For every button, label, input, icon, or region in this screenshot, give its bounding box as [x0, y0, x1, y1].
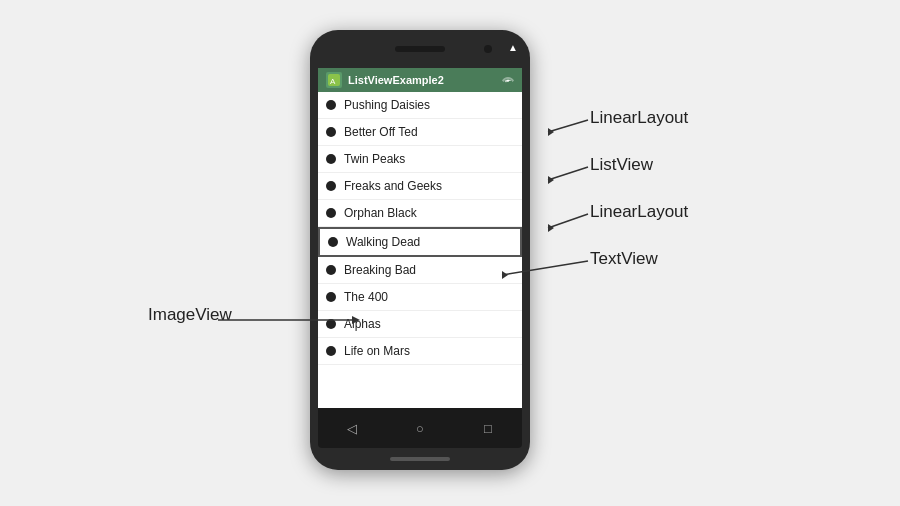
- phone-speaker: [395, 46, 445, 52]
- list-item-dot: [326, 292, 336, 302]
- list-item[interactable]: Orphan Black: [318, 200, 522, 227]
- nav-button[interactable]: ◁: [341, 417, 363, 439]
- app-title: ListViewExample2: [348, 74, 496, 86]
- phone-nav-bar: ◁○□: [318, 408, 522, 448]
- label-image-view: ImageView: [148, 305, 232, 325]
- phone-screen: A ListViewExample2 Pushing DaisiesBetter…: [318, 68, 522, 408]
- list-item-text: Pushing Daisies: [344, 98, 430, 112]
- list-item-dot: [326, 265, 336, 275]
- list-item-text: The 400: [344, 290, 388, 304]
- phone-signal: ▲: [508, 42, 518, 53]
- label-linear-layout-item: LinearLayout: [590, 202, 688, 222]
- svg-line-6: [548, 214, 588, 228]
- label-text-view: TextView: [590, 249, 658, 269]
- list-item-text: Freaks and Geeks: [344, 179, 442, 193]
- list-item-dot: [326, 181, 336, 191]
- status-bar: A ListViewExample2: [318, 68, 522, 92]
- list-item-dot: [326, 154, 336, 164]
- list-item-dot: [326, 127, 336, 137]
- list-item-text: Orphan Black: [344, 206, 417, 220]
- list-item-text: Twin Peaks: [344, 152, 405, 166]
- list-item-dot: [326, 319, 336, 329]
- nav-button[interactable]: □: [477, 417, 499, 439]
- list-item[interactable]: Freaks and Geeks: [318, 173, 522, 200]
- status-right: [502, 74, 514, 86]
- app-icon: A: [326, 72, 342, 88]
- list-item-text: Walking Dead: [346, 235, 420, 249]
- list-item[interactable]: Alphas: [318, 311, 522, 338]
- svg-marker-7: [548, 224, 554, 232]
- phone-bottom-bar: [310, 448, 530, 470]
- list-item[interactable]: Better Off Ted: [318, 119, 522, 146]
- list-item[interactable]: Pushing Daisies: [318, 92, 522, 119]
- list-item[interactable]: The 400: [318, 284, 522, 311]
- phone-camera: [484, 45, 492, 53]
- phone-shell: ▲ A ListViewExample2 Pushing DaisiesBett…: [310, 30, 530, 470]
- wifi-icon: [502, 74, 514, 86]
- list-item-text: Life on Mars: [344, 344, 410, 358]
- svg-text:A: A: [330, 77, 336, 86]
- list-item-dot: [326, 346, 336, 356]
- svg-marker-5: [548, 176, 554, 184]
- list-item-dot: [326, 208, 336, 218]
- list-item-dot: [326, 100, 336, 110]
- list-item[interactable]: Breaking Bad: [318, 257, 522, 284]
- svg-line-4: [548, 167, 588, 180]
- phone-top: ▲: [310, 30, 530, 68]
- nav-button[interactable]: ○: [409, 417, 431, 439]
- list-item-text: Breaking Bad: [344, 263, 416, 277]
- list-view[interactable]: Pushing DaisiesBetter Off TedTwin PeaksF…: [318, 92, 522, 408]
- svg-marker-3: [548, 128, 554, 136]
- list-item-text: Alphas: [344, 317, 381, 331]
- list-item[interactable]: Life on Mars: [318, 338, 522, 365]
- home-bar: [390, 457, 450, 461]
- list-item[interactable]: Twin Peaks: [318, 146, 522, 173]
- list-item-text: Better Off Ted: [344, 125, 418, 139]
- svg-line-2: [548, 120, 588, 132]
- label-list-view: ListView: [590, 155, 653, 175]
- list-item-dot: [328, 237, 338, 247]
- label-linear-layout-top: LinearLayout: [590, 108, 688, 128]
- list-item[interactable]: Walking Dead: [318, 227, 522, 257]
